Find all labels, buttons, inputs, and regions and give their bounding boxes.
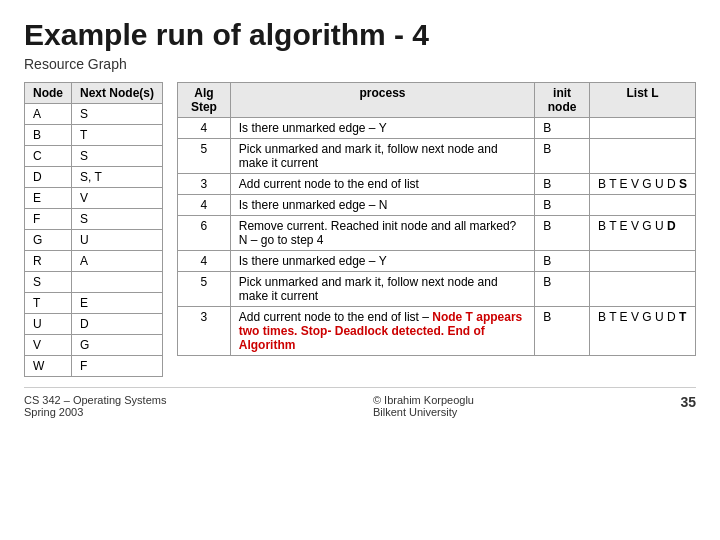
alg-cell-list: B T E V G U D S	[590, 174, 696, 195]
alg-cell-process: Add current node to the end of list – No…	[230, 307, 534, 356]
resource-cell-next: E	[72, 293, 163, 314]
alg-cell-process: Remove current. Reached init node and al…	[230, 216, 534, 251]
resource-cell-next: S	[72, 209, 163, 230]
alg-cell-list	[590, 272, 696, 307]
resource-row: VG	[25, 335, 163, 356]
resource-col-node: Node	[25, 83, 72, 104]
resource-row: WF	[25, 356, 163, 377]
alg-cell-process: Pick unmarked and mark it, follow next n…	[230, 139, 534, 174]
resource-cell-node: G	[25, 230, 72, 251]
resource-row: EV	[25, 188, 163, 209]
resource-cell-next: D	[72, 314, 163, 335]
footer-center: © Ibrahim Korpeoglu Bilkent University	[373, 394, 474, 418]
page-title: Example run of algorithm - 4	[24, 18, 696, 52]
footer-left: CS 342 – Operating Systems Spring 2003	[24, 394, 166, 418]
alg-cell-list	[590, 195, 696, 216]
resource-cell-node: S	[25, 272, 72, 293]
alg-cell-init: B	[535, 216, 590, 251]
subtitle: Resource Graph	[24, 56, 696, 72]
resource-row: RA	[25, 251, 163, 272]
alg-col-list: List L	[590, 83, 696, 118]
resource-cell-next: F	[72, 356, 163, 377]
resource-cell-node: T	[25, 293, 72, 314]
alg-row: 5 Pick unmarked and mark it, follow next…	[178, 139, 696, 174]
alg-cell-init: B	[535, 139, 590, 174]
alg-col-step: Alg Step	[178, 83, 231, 118]
resource-row: FS	[25, 209, 163, 230]
footer-left-line1: CS 342 – Operating Systems	[24, 394, 166, 406]
alg-row: 3 Add current node to the end of list B …	[178, 174, 696, 195]
alg-row: 6 Remove current. Reached init node and …	[178, 216, 696, 251]
alg-cell-process: Add current node to the end of list	[230, 174, 534, 195]
alg-cell-step: 4	[178, 251, 231, 272]
resource-row: CS	[25, 146, 163, 167]
alg-cell-init: B	[535, 251, 590, 272]
resource-col-next: Next Node(s)	[72, 83, 163, 104]
alg-cell-list	[590, 139, 696, 174]
footer: CS 342 – Operating Systems Spring 2003 ©…	[24, 387, 696, 418]
alg-cell-step: 4	[178, 118, 231, 139]
alg-cell-list: B T E V G U D	[590, 216, 696, 251]
alg-cell-step: 3	[178, 307, 231, 356]
resource-row: BT	[25, 125, 163, 146]
alg-cell-process: Is there unmarked edge – N	[230, 195, 534, 216]
resource-cell-node: W	[25, 356, 72, 377]
resource-cell-next	[72, 272, 163, 293]
resource-row: S	[25, 272, 163, 293]
alg-cell-init: B	[535, 174, 590, 195]
alg-table: Alg Step process init node List L 4 Is t…	[177, 82, 696, 356]
resource-cell-node: V	[25, 335, 72, 356]
alg-row: 5 Pick unmarked and mark it, follow next…	[178, 272, 696, 307]
resource-cell-node: D	[25, 167, 72, 188]
resource-cell-next: S, T	[72, 167, 163, 188]
alg-cell-step: 4	[178, 195, 231, 216]
alg-cell-init: B	[535, 118, 590, 139]
footer-center-line2: Bilkent University	[373, 406, 474, 418]
resource-graph-table: Node Next Node(s) ASBTCSDS, TEVFSGURASTE…	[24, 82, 163, 377]
alg-row: 4 Is there unmarked edge – N B	[178, 195, 696, 216]
alg-cell-step: 5	[178, 139, 231, 174]
alg-col-init: init node	[535, 83, 590, 118]
resource-cell-node: F	[25, 209, 72, 230]
alg-cell-process: Is there unmarked edge – Y	[230, 251, 534, 272]
resource-cell-node: C	[25, 146, 72, 167]
alg-cell-init: B	[535, 307, 590, 356]
alg-cell-list: B T E V G U D T	[590, 307, 696, 356]
footer-page-number: 35	[680, 394, 696, 418]
footer-left-line2: Spring 2003	[24, 406, 166, 418]
resource-cell-node: U	[25, 314, 72, 335]
resource-cell-next: V	[72, 188, 163, 209]
resource-cell-next: S	[72, 104, 163, 125]
resource-row: AS	[25, 104, 163, 125]
resource-cell-next: A	[72, 251, 163, 272]
page: Example run of algorithm - 4 Resource Gr…	[0, 0, 720, 428]
resource-row: UD	[25, 314, 163, 335]
footer-center-line1: © Ibrahim Korpeoglu	[373, 394, 474, 406]
alg-cell-step: 3	[178, 174, 231, 195]
resource-row: DS, T	[25, 167, 163, 188]
resource-cell-node: E	[25, 188, 72, 209]
resource-cell-next: S	[72, 146, 163, 167]
resource-cell-node: R	[25, 251, 72, 272]
resource-cell-next: G	[72, 335, 163, 356]
resource-row: GU	[25, 230, 163, 251]
resource-cell-next: T	[72, 125, 163, 146]
resource-cell-next: U	[72, 230, 163, 251]
resource-cell-node: A	[25, 104, 72, 125]
alg-row: 3 Add current node to the end of list – …	[178, 307, 696, 356]
resource-cell-node: B	[25, 125, 72, 146]
alg-cell-init: B	[535, 195, 590, 216]
resource-row: TE	[25, 293, 163, 314]
alg-row: 4 Is there unmarked edge – Y B	[178, 118, 696, 139]
highlight-text: Node T appears two times. Stop- Deadlock…	[239, 310, 523, 352]
alg-cell-list	[590, 118, 696, 139]
alg-cell-list	[590, 251, 696, 272]
alg-row: 4 Is there unmarked edge – Y B	[178, 251, 696, 272]
content-area: Node Next Node(s) ASBTCSDS, TEVFSGURASTE…	[24, 82, 696, 377]
alg-col-process: process	[230, 83, 534, 118]
alg-cell-process: Is there unmarked edge – Y	[230, 118, 534, 139]
alg-cell-step: 5	[178, 272, 231, 307]
alg-cell-process: Pick unmarked and mark it, follow next n…	[230, 272, 534, 307]
alg-cell-init: B	[535, 272, 590, 307]
alg-cell-step: 6	[178, 216, 231, 251]
